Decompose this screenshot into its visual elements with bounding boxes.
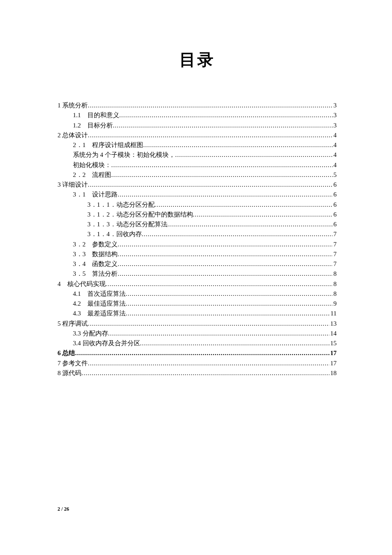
toc-entry-label: 3．1．3．动态分区分配算法 xyxy=(87,220,167,229)
toc-entry-page: 4 xyxy=(333,160,337,170)
toc-leader-dots xyxy=(88,180,332,190)
toc-entry-label: 3．1．4．回收内存 xyxy=(87,229,142,239)
toc-leader-dots xyxy=(111,170,333,180)
toc-entry-label: 4 核心代码实现 xyxy=(58,279,106,289)
toc-leader-dots xyxy=(126,299,333,309)
toc-entry-label: 5 程序调试 xyxy=(58,319,88,329)
toc-entry[interactable]: 3．4 函数定义7 xyxy=(58,259,337,269)
toc-entry-label: 系统分为 4 个子模块：初始化模块， xyxy=(73,150,175,160)
toc-entry[interactable]: 3．1．3．动态分区分配算法6 xyxy=(58,220,337,229)
toc-entry[interactable]: 3.3 分配内存14 xyxy=(58,329,337,338)
toc-entry[interactable]: 1 系统分析3 xyxy=(58,101,337,110)
toc-entry[interactable]: 3．5 算法分析8 xyxy=(58,269,337,279)
toc-entry-page: 3 xyxy=(333,110,337,120)
document-page: 目录 1 系统分析31.1 目的和意义31.2 目标分析32 总体设计42．1 … xyxy=(0,0,392,555)
toc-entry[interactable]: 3.4 回收内存及合并分区15 xyxy=(58,338,337,348)
toc-entry-label: 3 详细设计 xyxy=(58,180,88,190)
toc-entry-page: 18 xyxy=(329,368,337,378)
toc-entry-page: 7 xyxy=(333,249,337,259)
toc-entry-label: 7 参考文件 xyxy=(58,358,88,368)
toc-entry-label: 2．1 程序设计组成框图 xyxy=(73,140,143,150)
toc-entry[interactable]: 2．1 程序设计组成框图4 xyxy=(58,140,337,150)
toc-entry[interactable]: 3．1 设计思路6 xyxy=(58,190,337,199)
toc-entry[interactable]: 5 程序调试13 xyxy=(58,319,337,329)
toc-entry[interactable]: 初始化模块：4 xyxy=(58,160,337,170)
toc-entry[interactable]: 2．2 流程图5 xyxy=(58,170,337,180)
toc-entry[interactable]: 4.3 最差适应算法11 xyxy=(58,309,337,318)
toc-entry-label: 初始化模块： xyxy=(73,160,111,170)
toc-entry-label: 3．1．2．动态分区分配中的数据结构 xyxy=(87,210,193,220)
toc-entry-label: 2 总体设计 xyxy=(58,130,88,140)
toc-entry-page: 3 xyxy=(333,121,337,130)
toc-entry[interactable]: 3．2 参数定义7 xyxy=(58,240,337,249)
toc-leader-dots xyxy=(88,101,332,110)
toc-entry-label: 1 系统分析 xyxy=(58,101,88,110)
toc-entry[interactable]: 6 总结17 xyxy=(58,348,337,358)
toc-entry-page: 7 xyxy=(333,229,337,239)
toc-entry-page: 4 xyxy=(333,140,337,150)
toc-entry[interactable]: 1.2 目标分析3 xyxy=(58,121,337,130)
table-of-contents: 1 系统分析31.1 目的和意义31.2 目标分析32 总体设计42．1 程序设… xyxy=(58,101,337,378)
toc-entry[interactable]: 4.2 最佳适应算法9 xyxy=(58,299,337,309)
toc-entry-label: 3．4 函数定义 xyxy=(73,259,118,269)
toc-leader-dots xyxy=(143,140,333,150)
toc-entry-page: 13 xyxy=(329,319,337,329)
toc-entry[interactable]: 1.1 目的和意义3 xyxy=(58,110,337,120)
toc-entry-page: 8 xyxy=(333,289,337,299)
toc-entry[interactable]: 7 参考文件17 xyxy=(58,358,337,368)
toc-entry-page: 4 xyxy=(333,150,337,160)
page-title: 目录 xyxy=(58,49,337,71)
toc-leader-dots xyxy=(142,229,333,239)
toc-leader-dots xyxy=(118,249,333,259)
toc-entry-page: 3 xyxy=(333,101,337,110)
toc-entry[interactable]: 3．1．1．动态分区分配6 xyxy=(58,200,337,210)
toc-entry-page: 8 xyxy=(333,269,337,279)
toc-entry-label: 6 总结 xyxy=(58,348,75,358)
toc-entry[interactable]: 8 源代码18 xyxy=(58,368,337,378)
toc-leader-dots xyxy=(193,210,333,220)
toc-entry-label: 4.2 最佳适应算法 xyxy=(73,299,126,309)
toc-leader-dots xyxy=(175,150,333,160)
toc-entry-page: 6 xyxy=(333,180,337,190)
toc-entry[interactable]: 2 总体设计4 xyxy=(58,130,337,140)
toc-leader-dots xyxy=(126,309,330,318)
toc-entry-label: 1.1 目的和意义 xyxy=(73,110,119,120)
toc-leader-dots xyxy=(81,368,329,378)
toc-entry-page: 17 xyxy=(329,358,337,368)
toc-entry-page: 11 xyxy=(330,309,337,318)
toc-leader-dots xyxy=(126,289,333,299)
toc-leader-dots xyxy=(88,319,329,329)
toc-entry-page: 9 xyxy=(333,299,337,309)
toc-entry[interactable]: 4.1 首次适应算法8 xyxy=(58,289,337,299)
toc-entry-label: 1.2 目标分析 xyxy=(73,121,113,130)
toc-entry[interactable]: 3 详细设计6 xyxy=(58,180,337,190)
toc-leader-dots xyxy=(106,279,333,289)
toc-entry[interactable]: 4 核心代码实现8 xyxy=(58,279,337,289)
toc-leader-dots xyxy=(140,338,330,348)
toc-entry-page: 8 xyxy=(333,279,337,289)
toc-leader-dots xyxy=(111,160,333,170)
toc-entry[interactable]: 3．1．4．回收内存7 xyxy=(58,229,337,239)
toc-entry-label: 8 源代码 xyxy=(58,368,81,378)
toc-entry-label: 3．5 算法分析 xyxy=(73,269,118,279)
toc-entry-page: 17 xyxy=(329,348,337,358)
toc-entry-label: 3．3 数据结构 xyxy=(73,249,118,259)
toc-leader-dots xyxy=(88,130,332,140)
toc-entry-page: 5 xyxy=(333,170,337,180)
toc-entry-page: 6 xyxy=(333,220,337,229)
toc-entry-page: 6 xyxy=(333,210,337,220)
toc-entry-label: 3.4 回收内存及合并分区 xyxy=(73,338,140,348)
toc-entry-page: 6 xyxy=(333,200,337,210)
toc-leader-dots xyxy=(118,259,333,269)
toc-entry[interactable]: 3．3 数据结构7 xyxy=(58,249,337,259)
toc-leader-dots xyxy=(155,200,333,210)
toc-entry-label: 4.1 首次适应算法 xyxy=(73,289,126,299)
toc-leader-dots xyxy=(113,121,333,130)
toc-leader-dots xyxy=(167,220,333,229)
toc-entry-label: 3．1 设计思路 xyxy=(73,190,118,199)
toc-entry[interactable]: 3．1．2．动态分区分配中的数据结构6 xyxy=(58,210,337,220)
toc-entry[interactable]: 系统分为 4 个子模块：初始化模块，4 xyxy=(58,150,337,160)
toc-entry-page: 6 xyxy=(333,190,337,199)
toc-leader-dots xyxy=(75,348,329,358)
toc-entry-page: 7 xyxy=(333,259,337,269)
